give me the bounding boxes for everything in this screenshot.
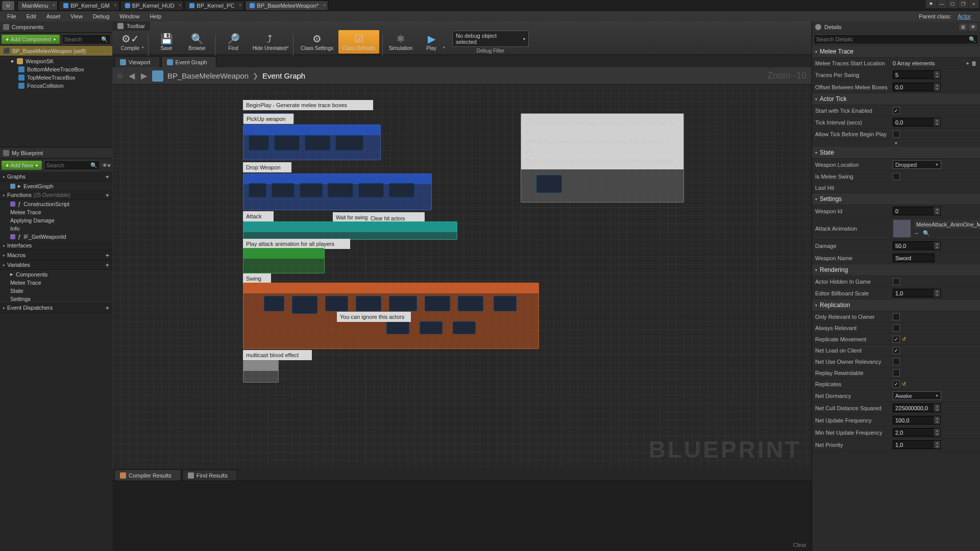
comment-attack-body[interactable] (243, 221, 457, 240)
damage-input[interactable]: ▲▼ (893, 241, 941, 250)
favorite-icon[interactable]: ☆ (116, 71, 124, 81)
comment-pickup[interactable]: PickUp weapon (243, 113, 294, 123)
browse-button[interactable]: 🔍Browse (182, 30, 212, 54)
traces-per-swing-input[interactable]: ▲▼ (893, 70, 941, 79)
weapon-name-input[interactable] (893, 254, 935, 262)
tab-eventgraph[interactable]: Event Graph (161, 56, 217, 67)
matrix-icon[interactable]: ⊞ (959, 23, 967, 31)
menu-file[interactable]: File (2, 13, 21, 19)
menu-help[interactable]: Help (144, 13, 166, 19)
cat-variables[interactable]: Variables+ (0, 260, 112, 270)
tick-enabled-checkbox[interactable]: ✓ (893, 107, 900, 114)
menu-view[interactable]: View (65, 13, 88, 19)
hidden-checkbox[interactable] (893, 278, 900, 285)
var-settings[interactable]: Settings (0, 295, 112, 303)
menu-debug[interactable]: Debug (88, 13, 114, 19)
replicate-movement-checkbox[interactable]: ✓ (893, 336, 900, 343)
cat-dispatchers[interactable]: Event Dispatchers+ (0, 303, 112, 313)
tab-base-melee[interactable]: BP_BaseMeleeWeapon*× (245, 1, 328, 11)
billboard-input[interactable]: ▲▼ (893, 289, 941, 297)
reset-icon[interactable]: ↺ (902, 336, 906, 342)
play-button[interactable]: ▶Play▾ (416, 30, 446, 54)
use-selected-icon[interactable]: ← (914, 230, 920, 237)
comment-drop-body[interactable] (243, 173, 432, 210)
tab-find-results[interactable]: Find Results (182, 469, 237, 481)
reset-icon[interactable]: ↺ (902, 381, 906, 387)
cat-melee-trace[interactable]: Melee Trace (812, 46, 980, 58)
add-var-icon[interactable]: + (105, 261, 109, 269)
cat-replication[interactable]: Replication (812, 299, 980, 311)
tab-viewport[interactable]: Viewport (114, 56, 160, 67)
cat-functions[interactable]: Functions(25 Overridable)+ (0, 190, 112, 200)
myblueprint-search[interactable]: 🔍 (44, 160, 100, 170)
crumb-bp[interactable]: BP_BaseMeleeWeapon (167, 71, 249, 80)
debug-object-combo[interactable]: No debug object selected▾ (452, 31, 529, 47)
component-top-trace[interactable]: TopMeleeTraceBox (0, 73, 112, 82)
maximize-button[interactable]: ☐ (947, 0, 958, 8)
menu-asset[interactable]: Asset (41, 13, 66, 19)
add-element-icon[interactable]: + (966, 60, 969, 66)
item-info[interactable]: Info (0, 224, 112, 233)
weapon-id-input[interactable]: ▲▼ (893, 207, 941, 215)
comment-drop[interactable]: Drop Weapon (243, 162, 291, 172)
eye-icon[interactable]: 👁 (969, 23, 977, 31)
var-components[interactable]: ▸Components (0, 270, 112, 279)
use-owner-checkbox[interactable] (893, 358, 900, 365)
min-update-input[interactable]: ▲▼ (893, 428, 941, 437)
tab-kernel-pc[interactable]: BP_Kernel_PC× (185, 1, 244, 11)
comment-ignore[interactable]: You can ignore this actors (337, 312, 411, 321)
component-search[interactable]: 🔍 (62, 34, 111, 44)
add-graph-icon[interactable]: + (105, 173, 109, 181)
cat-state[interactable]: State (812, 147, 980, 159)
var-meleetrace[interactable]: Melee Trace (0, 279, 112, 287)
tick-interval-input[interactable]: ▲▼ (893, 118, 941, 127)
add-disp-icon[interactable]: + (105, 304, 109, 312)
comment-attack[interactable]: Attack (243, 211, 274, 221)
var-state[interactable]: State (0, 287, 112, 295)
details-search[interactable]: 🔍 (814, 34, 978, 44)
simulation-button[interactable]: ⚛Simulation (386, 30, 415, 54)
is-swing-checkbox[interactable] (893, 173, 900, 180)
expand-icon[interactable]: ▼ (812, 140, 980, 147)
back-icon[interactable]: ◀ (128, 71, 136, 81)
cat-graphs[interactable]: Graphs+ (0, 172, 112, 182)
comment-playanim-body[interactable] (243, 248, 325, 273)
item-applying[interactable]: Applying Damage (0, 216, 112, 224)
save-button[interactable]: 💾Save (152, 30, 181, 54)
comment-blood[interactable]: multicast blood effect (243, 350, 312, 359)
cat-settings[interactable]: Settings (812, 193, 980, 205)
minimize-button[interactable]: — (937, 0, 947, 8)
comment-swing[interactable]: Swing (243, 273, 271, 283)
cat-interfaces[interactable]: Interfaces (0, 241, 112, 251)
tab-kernel-hud[interactable]: BP_Kernel_HUD× (120, 1, 184, 11)
item-eventgraph[interactable]: ▸EventGraph (0, 182, 112, 190)
component-bottom-trace[interactable]: BottomMeleeTraceBox (0, 65, 112, 73)
compile-button[interactable]: ⚙✓Compile▾ (115, 30, 145, 54)
clear-button[interactable]: Clear (793, 542, 806, 548)
cat-macros[interactable]: Macros+ (0, 251, 112, 260)
comment-pickup-body[interactable] (243, 124, 381, 160)
parent-class-link[interactable]: Actor (958, 13, 971, 19)
comment-clear[interactable]: Clear hit actors (368, 213, 419, 221)
allow-tick-checkbox[interactable] (893, 131, 900, 138)
netload-checkbox[interactable]: ✓ (893, 347, 900, 354)
always-relevant-checkbox[interactable] (893, 324, 900, 332)
hide-unrelated-button[interactable]: ⤴Hide Unrelated▾ (249, 30, 290, 54)
cull-dist-input[interactable]: ▲▼ (893, 404, 941, 412)
tab-compiler-results[interactable]: Compiler Results (114, 469, 181, 481)
component-weaponsk[interactable]: ▸WeaponSK (0, 57, 112, 65)
item-construction[interactable]: ƒConstructionScript (0, 200, 112, 208)
graph-canvas[interactable]: BLUEPRINT BeginPlay - Generate melee tra… (112, 85, 812, 468)
add-component-button[interactable]: Add Component (2, 35, 60, 44)
trash-icon[interactable]: 🗑 (971, 60, 977, 66)
browse-asset-icon[interactable]: 🔍 (923, 230, 930, 237)
menu-edit[interactable]: Edit (21, 13, 41, 19)
comment-blood-body[interactable] (243, 360, 279, 383)
tab-kernel-gm[interactable]: BP_Kernel_GM× (59, 1, 119, 11)
forward-icon[interactable]: ▶ (140, 71, 148, 81)
comment-playanim[interactable]: Play attack animation for all players (243, 239, 350, 248)
notify-icon[interactable]: ⚑ (926, 0, 936, 8)
anim-asset-combo[interactable]: MeleeAttack_AnimOne_Montage▼ (914, 220, 980, 229)
dormancy-combo[interactable]: Awake▼ (893, 391, 941, 400)
eye-icon[interactable]: 👁▾ (102, 162, 111, 169)
